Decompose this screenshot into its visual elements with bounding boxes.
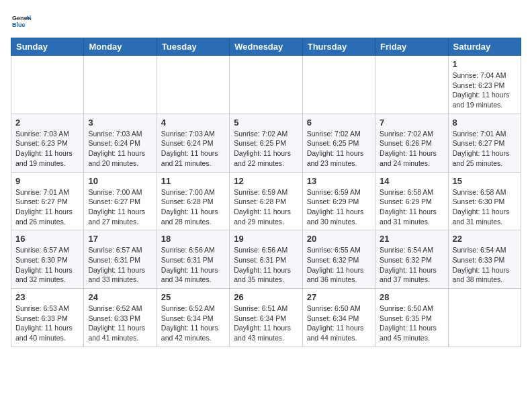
day-info: Sunrise: 7:03 AM Sunset: 6:23 PM Dayligh… xyxy=(15,129,79,169)
day-info: Sunrise: 6:54 AM Sunset: 6:33 PM Dayligh… xyxy=(453,245,517,285)
day-number: 20 xyxy=(307,234,371,244)
day-info: Sunrise: 7:02 AM Sunset: 6:25 PM Dayligh… xyxy=(307,129,371,169)
calendar-cell: 15Sunrise: 6:58 AM Sunset: 6:30 PM Dayli… xyxy=(448,172,521,230)
calendar-cell xyxy=(230,56,302,114)
calendar-cell: 10Sunrise: 7:00 AM Sunset: 6:27 PM Dayli… xyxy=(84,172,157,230)
logo-icon: General Blue xyxy=(12,11,31,30)
day-number: 8 xyxy=(453,118,517,128)
day-header-saturday: Saturday xyxy=(448,38,521,56)
calendar-week-4: 16Sunrise: 6:57 AM Sunset: 6:30 PM Dayli… xyxy=(11,230,521,289)
calendar-cell: 19Sunrise: 6:56 AM Sunset: 6:31 PM Dayli… xyxy=(230,230,302,289)
calendar-header-row: SundayMondayTuesdayWednesdayThursdayFrid… xyxy=(11,38,521,56)
calendar-cell: 24Sunrise: 6:52 AM Sunset: 6:33 PM Dayli… xyxy=(84,289,157,347)
calendar-cell: 4Sunrise: 7:03 AM Sunset: 6:24 PM Daylig… xyxy=(157,113,229,172)
calendar-cell xyxy=(448,289,521,347)
day-number: 12 xyxy=(234,176,298,186)
calendar-cell xyxy=(84,56,157,114)
calendar-table: SundayMondayTuesdayWednesdayThursdayFrid… xyxy=(11,38,521,347)
day-info: Sunrise: 6:50 AM Sunset: 6:34 PM Dayligh… xyxy=(307,304,371,343)
day-info: Sunrise: 7:00 AM Sunset: 6:27 PM Dayligh… xyxy=(88,187,152,227)
day-info: Sunrise: 7:01 AM Sunset: 6:27 PM Dayligh… xyxy=(453,129,517,169)
calendar-cell xyxy=(302,56,375,114)
day-number: 13 xyxy=(307,176,371,186)
calendar-cell: 23Sunrise: 6:53 AM Sunset: 6:33 PM Dayli… xyxy=(11,289,84,347)
day-info: Sunrise: 6:58 AM Sunset: 6:30 PM Dayligh… xyxy=(453,187,517,227)
day-info: Sunrise: 6:59 AM Sunset: 6:29 PM Dayligh… xyxy=(307,187,371,227)
day-info: Sunrise: 6:56 AM Sunset: 6:31 PM Dayligh… xyxy=(161,245,225,285)
day-header-thursday: Thursday xyxy=(302,38,375,56)
calendar-cell: 26Sunrise: 6:51 AM Sunset: 6:34 PM Dayli… xyxy=(230,289,302,347)
calendar-cell: 1Sunrise: 7:04 AM Sunset: 6:23 PM Daylig… xyxy=(448,56,521,114)
day-number: 1 xyxy=(453,59,517,69)
day-info: Sunrise: 7:03 AM Sunset: 6:24 PM Dayligh… xyxy=(161,129,225,169)
day-info: Sunrise: 6:53 AM Sunset: 6:33 PM Dayligh… xyxy=(15,304,79,343)
day-number: 25 xyxy=(161,292,225,302)
calendar-cell: 7Sunrise: 7:02 AM Sunset: 6:26 PM Daylig… xyxy=(375,113,448,172)
day-number: 10 xyxy=(88,176,152,186)
day-header-sunday: Sunday xyxy=(11,38,84,56)
calendar-cell: 27Sunrise: 6:50 AM Sunset: 6:34 PM Dayli… xyxy=(302,289,375,347)
calendar-cell: 5Sunrise: 7:02 AM Sunset: 6:25 PM Daylig… xyxy=(230,113,302,172)
day-info: Sunrise: 7:03 AM Sunset: 6:24 PM Dayligh… xyxy=(88,129,152,169)
calendar-cell: 21Sunrise: 6:54 AM Sunset: 6:32 PM Dayli… xyxy=(375,230,448,289)
day-number: 23 xyxy=(15,292,79,302)
calendar-cell: 3Sunrise: 7:03 AM Sunset: 6:24 PM Daylig… xyxy=(84,113,157,172)
calendar-cell xyxy=(157,56,229,114)
day-number: 24 xyxy=(88,292,152,302)
day-number: 21 xyxy=(380,234,443,244)
day-number: 9 xyxy=(15,176,79,186)
day-number: 16 xyxy=(15,234,79,244)
day-header-wednesday: Wednesday xyxy=(230,38,302,56)
day-number: 19 xyxy=(234,234,298,244)
day-info: Sunrise: 6:57 AM Sunset: 6:30 PM Dayligh… xyxy=(15,245,79,285)
calendar-week-2: 2Sunrise: 7:03 AM Sunset: 6:23 PM Daylig… xyxy=(11,113,521,172)
calendar-cell: 17Sunrise: 6:57 AM Sunset: 6:31 PM Dayli… xyxy=(84,230,157,289)
day-info: Sunrise: 6:52 AM Sunset: 6:34 PM Dayligh… xyxy=(161,304,225,343)
day-number: 27 xyxy=(307,292,371,302)
day-number: 14 xyxy=(380,176,443,186)
day-number: 17 xyxy=(88,234,152,244)
day-info: Sunrise: 7:02 AM Sunset: 6:25 PM Dayligh… xyxy=(234,129,298,169)
day-number: 28 xyxy=(380,292,443,302)
calendar-week-1: 1Sunrise: 7:04 AM Sunset: 6:23 PM Daylig… xyxy=(11,56,521,114)
calendar-cell xyxy=(375,56,448,114)
calendar-cell: 28Sunrise: 6:50 AM Sunset: 6:35 PM Dayli… xyxy=(375,289,448,347)
day-number: 15 xyxy=(453,176,517,186)
calendar-cell: 14Sunrise: 6:58 AM Sunset: 6:29 PM Dayli… xyxy=(375,172,448,230)
day-info: Sunrise: 7:00 AM Sunset: 6:28 PM Dayligh… xyxy=(161,187,225,227)
calendar-cell: 8Sunrise: 7:01 AM Sunset: 6:27 PM Daylig… xyxy=(448,113,521,172)
day-number: 22 xyxy=(453,234,517,244)
calendar-cell: 13Sunrise: 6:59 AM Sunset: 6:29 PM Dayli… xyxy=(302,172,375,230)
calendar-cell: 22Sunrise: 6:54 AM Sunset: 6:33 PM Dayli… xyxy=(448,230,521,289)
day-info: Sunrise: 6:57 AM Sunset: 6:31 PM Dayligh… xyxy=(88,245,152,285)
day-info: Sunrise: 6:58 AM Sunset: 6:29 PM Dayligh… xyxy=(380,187,443,227)
day-number: 11 xyxy=(161,176,225,186)
day-info: Sunrise: 7:02 AM Sunset: 6:26 PM Dayligh… xyxy=(380,129,443,169)
day-info: Sunrise: 6:52 AM Sunset: 6:33 PM Dayligh… xyxy=(88,304,152,343)
day-number: 3 xyxy=(88,118,152,128)
svg-text:Blue: Blue xyxy=(12,21,26,28)
calendar-cell: 6Sunrise: 7:02 AM Sunset: 6:25 PM Daylig… xyxy=(302,113,375,172)
calendar-week-5: 23Sunrise: 6:53 AM Sunset: 6:33 PM Dayli… xyxy=(11,289,521,347)
logo: General Blue xyxy=(11,11,31,32)
page-header: General Blue xyxy=(11,11,521,32)
day-info: Sunrise: 6:51 AM Sunset: 6:34 PM Dayligh… xyxy=(234,304,298,343)
day-number: 7 xyxy=(380,118,443,128)
day-number: 4 xyxy=(161,118,225,128)
day-header-tuesday: Tuesday xyxy=(157,38,229,56)
day-number: 26 xyxy=(234,292,298,302)
calendar-cell: 12Sunrise: 6:59 AM Sunset: 6:28 PM Dayli… xyxy=(230,172,302,230)
day-header-monday: Monday xyxy=(84,38,157,56)
day-info: Sunrise: 6:55 AM Sunset: 6:32 PM Dayligh… xyxy=(307,245,371,285)
calendar-cell: 2Sunrise: 7:03 AM Sunset: 6:23 PM Daylig… xyxy=(11,113,84,172)
calendar-cell: 11Sunrise: 7:00 AM Sunset: 6:28 PM Dayli… xyxy=(157,172,229,230)
calendar-cell xyxy=(11,56,84,114)
day-number: 5 xyxy=(234,118,298,128)
day-number: 18 xyxy=(161,234,225,244)
day-info: Sunrise: 6:54 AM Sunset: 6:32 PM Dayligh… xyxy=(380,245,443,285)
calendar-cell: 9Sunrise: 7:01 AM Sunset: 6:27 PM Daylig… xyxy=(11,172,84,230)
day-info: Sunrise: 6:59 AM Sunset: 6:28 PM Dayligh… xyxy=(234,187,298,227)
day-info: Sunrise: 6:50 AM Sunset: 6:35 PM Dayligh… xyxy=(380,304,443,343)
calendar-cell: 16Sunrise: 6:57 AM Sunset: 6:30 PM Dayli… xyxy=(11,230,84,289)
calendar-cell: 25Sunrise: 6:52 AM Sunset: 6:34 PM Dayli… xyxy=(157,289,229,347)
